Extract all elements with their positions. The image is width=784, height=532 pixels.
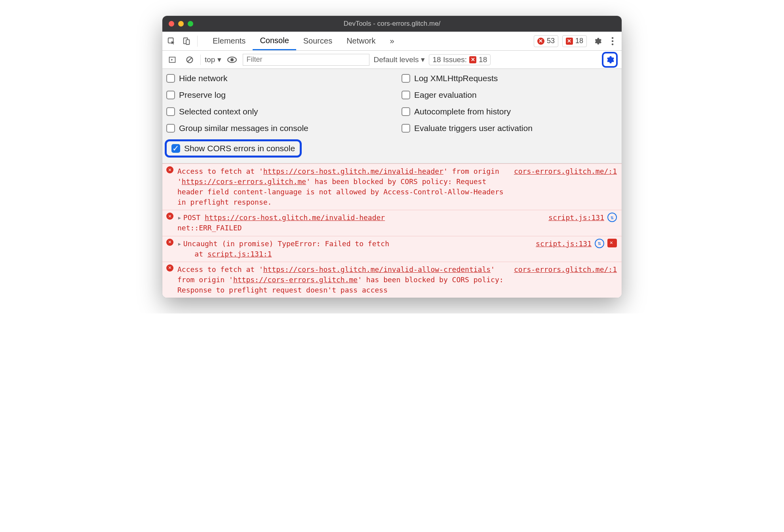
error-icon: ✕ xyxy=(166,239,173,246)
expand-icon[interactable]: ▸ xyxy=(177,239,182,248)
setting-label: Show CORS errors in console xyxy=(184,144,295,153)
svg-point-5 xyxy=(612,43,614,45)
console-settings-gear-icon[interactable] xyxy=(602,52,618,68)
expand-icon[interactable]: ▸ xyxy=(177,213,182,222)
filter-input[interactable] xyxy=(243,54,369,66)
error-icon: ✕ xyxy=(166,264,173,272)
window-zoom-button[interactable] xyxy=(188,21,193,27)
clear-console-icon[interactable] xyxy=(183,53,196,66)
error-icon: ✕ xyxy=(537,38,544,45)
checkbox-icon xyxy=(402,124,410,133)
context-selector[interactable]: top ▾ xyxy=(205,55,221,64)
log-levels-selector[interactable]: Default levels ▾ xyxy=(373,55,425,64)
setting-checkbox[interactable]: ✓Show CORS errors in console xyxy=(170,143,297,154)
checkbox-icon xyxy=(402,107,410,116)
checkbox-icon xyxy=(402,91,410,99)
issue-chip-icon[interactable]: ✕ xyxy=(607,239,617,247)
setting-checkbox[interactable]: Eager evaluation xyxy=(400,89,619,101)
error-icon: ✕ xyxy=(166,166,173,173)
setting-label: Eager evaluation xyxy=(414,90,477,100)
console-toolbar: top ▾ Default levels ▾ 18 Issues: ✕ 18 xyxy=(162,51,622,69)
error-icon: ✕ xyxy=(166,213,173,220)
errors-count: 53 xyxy=(547,37,555,45)
console-error-row[interactable]: ✕Access to fetch at 'https://cors-host.g… xyxy=(162,262,622,298)
setting-checkbox[interactable]: Preserve log xyxy=(165,89,384,101)
window-close-button[interactable] xyxy=(169,21,174,27)
device-toggle-icon[interactable] xyxy=(180,34,193,48)
checkbox-icon xyxy=(166,124,175,133)
window-minimize-button[interactable] xyxy=(178,21,184,27)
devtools-window: DevTools - cors-errors.glitch.me/ Elemen… xyxy=(162,16,622,298)
source-link[interactable]: cors-errors.glitch.me/:1 xyxy=(514,166,617,177)
window-title: DevTools - cors-errors.glitch.me/ xyxy=(162,20,622,28)
window-titlebar: DevTools - cors-errors.glitch.me/ xyxy=(162,16,622,32)
console-error-row[interactable]: ✕Access to fetch at 'https://cors-host.g… xyxy=(162,163,622,210)
issues-counter[interactable]: 18 Issues: ✕ 18 xyxy=(429,54,491,65)
console-settings-panel: Hide networkLog XMLHttpRequestsPreserve … xyxy=(162,69,622,163)
setting-label: Group similar messages in console xyxy=(179,124,308,133)
console-output: ✕Access to fetch at 'https://cors-host.g… xyxy=(162,163,622,298)
svg-point-3 xyxy=(612,37,614,39)
tabs-overflow-icon[interactable]: » xyxy=(383,32,402,50)
checkbox-icon xyxy=(166,74,175,83)
issue-icon: ✕ xyxy=(469,56,476,63)
panel-tabs: Elements Console Sources Network » xyxy=(206,32,402,50)
setting-label: Log XMLHttpRequests xyxy=(414,74,498,83)
settings-gear-icon[interactable] xyxy=(591,34,604,48)
source-link[interactable]: script.js:131 xyxy=(548,213,604,223)
message-body: ▸Uncaught (in promise) TypeError: Failed… xyxy=(177,239,532,259)
checkbox-icon xyxy=(166,107,175,116)
svg-rect-2 xyxy=(186,40,189,44)
network-icon[interactable]: ⇅ xyxy=(607,213,617,222)
setting-checkbox[interactable]: Autocomplete from history xyxy=(400,106,619,117)
setting-label: Hide network xyxy=(179,74,228,83)
chevron-down-icon: ▾ xyxy=(421,55,425,64)
network-icon[interactable]: ⇅ xyxy=(595,239,604,248)
toggle-sidebar-icon[interactable] xyxy=(166,53,179,66)
checkbox-icon xyxy=(402,74,410,83)
message-body: ▸POST https://cors-host.glitch.me/invali… xyxy=(177,213,544,233)
svg-point-4 xyxy=(612,40,614,42)
tab-network[interactable]: Network xyxy=(339,32,382,50)
checkbox-icon xyxy=(166,91,175,99)
setting-label: Evaluate triggers user activation xyxy=(414,124,533,133)
checkbox-icon: ✓ xyxy=(171,144,180,153)
chevron-down-icon: ▾ xyxy=(217,55,221,64)
console-error-row[interactable]: ✕▸Uncaught (in promise) TypeError: Faile… xyxy=(162,236,622,262)
main-toolbar: Elements Console Sources Network » ✕ 53 … xyxy=(162,32,622,51)
setting-checkbox[interactable]: Hide network xyxy=(165,73,384,84)
setting-label: Autocomplete from history xyxy=(414,107,511,116)
console-error-row[interactable]: ✕▸POST https://cors-host.glitch.me/inval… xyxy=(162,210,622,236)
tab-elements[interactable]: Elements xyxy=(206,32,253,50)
errors-badge[interactable]: ✕ 53 xyxy=(534,35,558,47)
setting-label: Preserve log xyxy=(179,90,226,100)
issues-badge[interactable]: ✕ 18 xyxy=(562,35,587,47)
issue-icon: ✕ xyxy=(566,38,573,45)
live-expression-icon[interactable] xyxy=(225,53,239,66)
setting-checkbox[interactable]: Group similar messages in console xyxy=(165,123,384,134)
svg-point-9 xyxy=(230,58,234,61)
setting-checkbox[interactable]: Selected context only xyxy=(165,106,384,117)
issues-count: 18 xyxy=(575,37,583,45)
source-link[interactable]: cors-errors.glitch.me/:1 xyxy=(514,264,617,275)
message-body: Access to fetch at 'https://cors-host.gl… xyxy=(177,264,510,295)
tab-console[interactable]: Console xyxy=(253,32,296,50)
setting-label: Selected context only xyxy=(179,107,258,116)
source-link[interactable]: script.js:131 xyxy=(536,239,592,249)
setting-checkbox[interactable]: Log XMLHttpRequests xyxy=(400,73,619,84)
setting-checkbox[interactable]: Evaluate triggers user activation xyxy=(400,123,619,134)
inspect-icon[interactable] xyxy=(165,34,178,48)
more-menu-icon[interactable] xyxy=(606,34,619,48)
message-body: Access to fetch at 'https://cors-host.gl… xyxy=(177,166,510,207)
tab-sources[interactable]: Sources xyxy=(296,32,339,50)
